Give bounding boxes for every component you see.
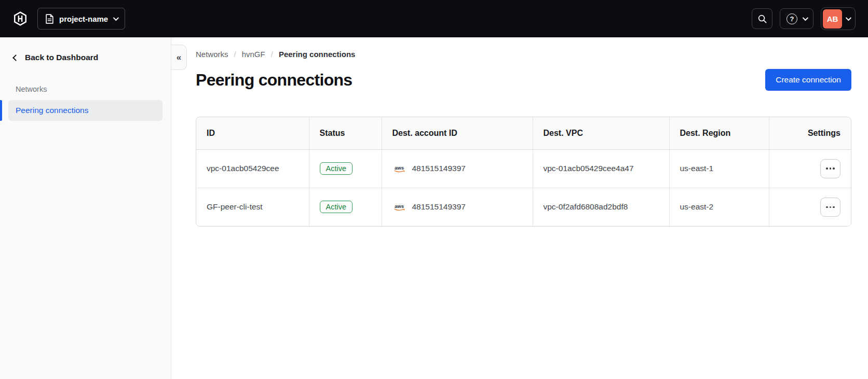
column-header-dest-account-id: Dest. account ID xyxy=(382,117,533,149)
cell-dest-account-id: aws 481515149397 xyxy=(382,188,533,226)
help-menu-button[interactable]: ? xyxy=(780,8,813,29)
chevron-left-icon xyxy=(12,54,19,61)
breadcrumb-separator: / xyxy=(271,50,273,59)
breadcrumb-hvn[interactable]: hvnGF xyxy=(242,50,265,59)
chevron-down-icon xyxy=(113,15,119,21)
more-icon xyxy=(826,206,828,208)
cell-status: Active xyxy=(309,188,382,226)
column-header-dest-region: Dest. Region xyxy=(669,117,769,149)
cell-settings xyxy=(769,149,851,188)
cell-dest-vpc: vpc-01acb05429cee4a47 xyxy=(533,149,669,188)
cell-status: Active xyxy=(309,149,382,188)
cell-dest-account-id: aws 481515149397 xyxy=(382,149,533,188)
cell-dest-vpc: vpc-0f2afd6808ad2bdf8 xyxy=(533,188,669,226)
sidebar: Back to Dashboard Networks Peering conne… xyxy=(0,37,171,379)
more-icon xyxy=(826,167,828,170)
peering-connections-table: ID Status Dest. account ID Dest. VPC Des… xyxy=(196,117,851,227)
create-connection-button[interactable]: Create connection xyxy=(765,69,851,91)
aws-icon: aws xyxy=(392,203,406,212)
cell-id: GF-peer-cli-test xyxy=(196,188,309,226)
sidebar-collapse-button[interactable]: « xyxy=(171,45,187,70)
dest-account-id-value: 481515149397 xyxy=(412,202,466,212)
row-settings-menu-button[interactable] xyxy=(820,159,840,178)
svg-text:aws: aws xyxy=(395,164,404,170)
sidebar-item-peering-connections[interactable]: Peering connections xyxy=(8,100,162,121)
chevron-down-icon xyxy=(846,15,851,21)
main-content: Networks / hvnGF / Peering connections P… xyxy=(171,37,868,379)
svg-text:aws: aws xyxy=(395,203,404,208)
hashicorp-logo-icon xyxy=(12,11,28,26)
cell-dest-region: us-east-2 xyxy=(669,188,769,226)
column-header-dest-vpc: Dest. VPC xyxy=(533,117,669,149)
table-header-row: ID Status Dest. account ID Dest. VPC Des… xyxy=(196,117,851,149)
app-layout: Back to Dashboard Networks Peering conne… xyxy=(0,37,868,379)
chevron-down-icon xyxy=(803,15,808,21)
avatar: AB xyxy=(823,9,842,29)
project-switcher[interactable]: project-name xyxy=(37,8,125,30)
project-switcher-label: project-name xyxy=(59,15,108,23)
page-title: Peering connections xyxy=(196,71,352,90)
cell-dest-region: us-east-1 xyxy=(669,149,769,188)
status-badge: Active xyxy=(320,162,353,175)
help-icon: ? xyxy=(786,13,797,24)
column-header-settings: Settings xyxy=(769,117,851,149)
breadcrumb-current: Peering connections xyxy=(279,50,356,59)
breadcrumb: Networks / hvnGF / Peering connections xyxy=(196,50,851,59)
cell-settings xyxy=(769,188,851,226)
column-header-status: Status xyxy=(309,117,382,149)
collapse-icon: « xyxy=(177,52,181,63)
document-icon xyxy=(45,14,54,24)
back-to-dashboard-label: Back to Dashboard xyxy=(25,53,98,62)
top-nav-bar: project-name ? AB xyxy=(0,0,868,37)
cell-id: vpc-01acb05429cee xyxy=(196,149,309,188)
back-to-dashboard-link[interactable]: Back to Dashboard xyxy=(8,53,162,62)
aws-icon: aws xyxy=(392,164,406,173)
topbar-actions: ? AB xyxy=(752,7,856,30)
row-settings-menu-button[interactable] xyxy=(820,198,840,217)
search-button[interactable] xyxy=(752,8,772,29)
dest-account-id-value: 481515149397 xyxy=(412,164,466,173)
table-row: vpc-01acb05429cee Active aws xyxy=(196,149,851,188)
breadcrumb-separator: / xyxy=(234,50,236,59)
table-row: GF-peer-cli-test Active aws xyxy=(196,188,851,226)
sidebar-item-label: Peering connections xyxy=(16,106,88,115)
status-badge: Active xyxy=(320,201,353,213)
breadcrumb-networks[interactable]: Networks xyxy=(196,50,228,59)
page-header: Peering connections Create connection xyxy=(196,69,851,91)
sidebar-section-networks: Networks xyxy=(8,85,162,93)
column-header-id: ID xyxy=(196,117,309,149)
active-indicator-bar xyxy=(0,100,2,121)
user-menu-button[interactable]: AB xyxy=(821,7,856,30)
search-icon xyxy=(757,14,767,24)
